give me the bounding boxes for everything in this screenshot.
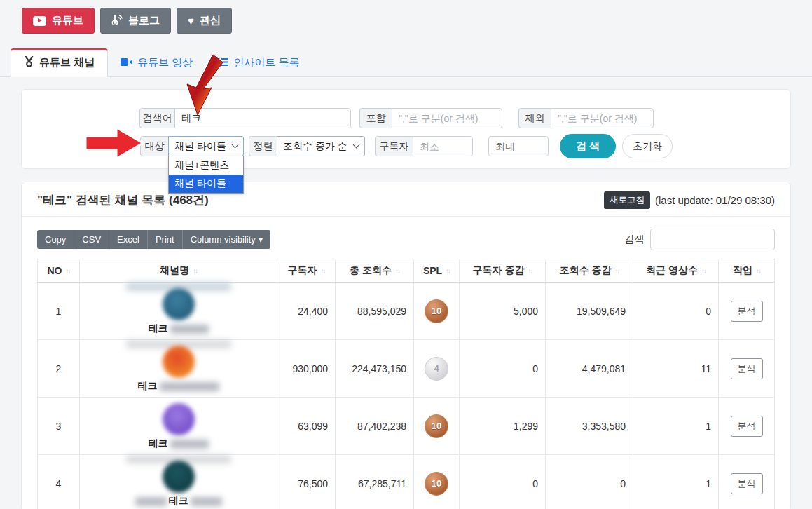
subscribers-cell: 63,099 (277, 398, 336, 455)
analyze-button[interactable]: 분석 (731, 301, 763, 322)
csv-button[interactable]: CSV (74, 230, 109, 249)
tab-youtube-video[interactable]: 유튜브 영상 (108, 49, 205, 76)
sort-icon: ↑↓ (756, 267, 760, 275)
youtube-nav-label: 유튜브 (52, 14, 83, 27)
recent-videos-cell: 0 (633, 283, 719, 340)
youtube-nav-button[interactable]: 유튜브 (22, 8, 95, 34)
col-label: 총 조회수 (350, 264, 392, 277)
search-button[interactable]: 검 색 (560, 134, 616, 158)
action-cell: 분석 (719, 398, 775, 455)
exclude-input[interactable] (551, 108, 654, 128)
blurred-name-part (191, 497, 222, 506)
keyword-input[interactable] (174, 108, 351, 128)
recent-videos-cell: 1 (633, 398, 719, 455)
column-visibility-button[interactable]: Column visibility ▾ (183, 230, 271, 249)
reset-button[interactable]: 초기화 (622, 134, 673, 158)
exclude-group: 제외 (518, 108, 654, 128)
include-input[interactable] (392, 108, 502, 128)
results-title: "테크" 검색된 채널 목록 (468건) (37, 192, 209, 208)
target-option-channel-title[interactable]: 채널 타이틀 (169, 175, 243, 193)
tab-label: 유튜브 영상 (137, 56, 193, 69)
target-label: 대상 (140, 136, 168, 156)
total-views-cell: 67,285,711 (336, 455, 414, 509)
target-option-channel-content[interactable]: 채널+콘텐츠 (169, 156, 243, 175)
blog-nav-label: 블로그 (128, 14, 160, 27)
channel-name[interactable]: 테크 (169, 495, 188, 508)
col-recent-videos[interactable]: 최근 영상수↑↓ (633, 259, 719, 283)
recent-videos-cell: 11 (633, 340, 719, 398)
column-visibility-label: Column visibility (191, 234, 256, 245)
top-nav: 유튜브 블로그 ♥ 관심 (0, 0, 812, 34)
row-no: 2 (38, 340, 80, 398)
channel-name[interactable]: 테크 (149, 323, 168, 335)
print-button[interactable]: Print (148, 230, 183, 249)
channel-avatar (163, 461, 195, 493)
blog-nav-button[interactable]: 블로그 (100, 8, 171, 34)
col-label: SPL (423, 265, 442, 276)
blurred-name-part (170, 440, 209, 449)
blurred-name-part (170, 325, 209, 334)
excel-button[interactable]: Excel (109, 230, 148, 249)
col-total-views[interactable]: 총 조회수↑↓ (336, 259, 414, 283)
table-search: 검색 (624, 229, 775, 250)
keyword-group: 검색어 (139, 108, 351, 128)
channel-name[interactable]: 테크 (149, 437, 168, 450)
col-spl[interactable]: SPL↑↓ (414, 259, 460, 283)
analyze-button[interactable]: 분석 (731, 473, 763, 494)
video-camera-icon (121, 57, 132, 69)
action-cell: 분석 (719, 455, 775, 509)
subscriber-max-input[interactable] (488, 136, 549, 156)
subscriber-label: 구독자 (375, 136, 413, 156)
tab-insight-list[interactable]: 인사이트 목록 (205, 49, 312, 76)
view-change-cell: 3,353,580 (546, 398, 633, 455)
tab-label: 인사이트 목록 (233, 56, 299, 69)
analyze-button[interactable]: 분석 (731, 358, 763, 379)
col-label: 구독자 (288, 264, 317, 277)
subscribers-cell: 76,500 (277, 455, 336, 509)
total-views-cell: 224,473,150 (336, 340, 414, 398)
analyze-button[interactable]: 분석 (731, 416, 763, 437)
tab-youtube-channel[interactable]: 유튜브 채널 (11, 48, 108, 77)
channel-cell: 테크 (80, 398, 277, 455)
spl-badge: 10 (425, 414, 448, 438)
sort-select[interactable]: 조회수 증가 순 (277, 136, 365, 156)
exclude-label: 제외 (518, 108, 551, 128)
spl-badge: 10 (425, 472, 448, 496)
col-label: 구독자 증감 (473, 264, 525, 277)
refresh-button[interactable]: 새로고침 (604, 191, 650, 209)
subscriber-min-input[interactable] (413, 136, 473, 156)
col-label: 작업 (733, 264, 752, 277)
search-form-panel: 검색어 포함 제외 대상 채널 타이틀 채널+콘텐츠 채널 타이틀 정렬 조회수… (21, 89, 791, 169)
view-change-cell: 4,479,081 (546, 340, 633, 398)
row-no: 4 (38, 455, 80, 509)
channel-avatar (163, 288, 195, 320)
channel-cell: 테크 (80, 455, 277, 509)
table-row: 2 테크 930,000 224,473,150 4 0 4,479,081 1… (38, 340, 775, 398)
chevron-down-icon (353, 142, 360, 149)
col-action[interactable]: 작업↑↓ (719, 259, 775, 283)
favorite-nav-button[interactable]: ♥ 관심 (177, 8, 232, 34)
col-label: 채널명 (160, 264, 189, 277)
col-sub-change[interactable]: 구독자 증감↑↓ (460, 259, 546, 283)
col-no[interactable]: NO↑↓ (38, 259, 80, 283)
spl-cell: 4 (414, 340, 460, 398)
keyword-label: 검색어 (139, 108, 174, 128)
table-search-input[interactable] (650, 229, 775, 250)
col-view-change[interactable]: 조회수 증감↑↓ (546, 259, 633, 283)
sort-icon: ↑↓ (66, 267, 70, 275)
divider (22, 216, 790, 217)
col-channel-name[interactable]: 채널명↑↓ (80, 259, 277, 283)
tab-bar: 유튜브 채널 유튜브 영상 인사이트 목록 (0, 48, 812, 77)
copy-button[interactable]: Copy (37, 230, 74, 249)
table-row: 3 테크 63,099 87,402,238 10 1,299 3,353,58… (38, 398, 775, 455)
sub-change-cell: 0 (460, 340, 546, 398)
col-subscribers[interactable]: 구독자↑↓ (277, 259, 336, 283)
target-select-dropdown: 채널+콘텐츠 채널 타이틀 (168, 156, 244, 194)
sort-icon: ↑↓ (528, 267, 532, 275)
table-toolbar: Copy CSV Excel Print Column visibility ▾… (37, 229, 775, 250)
col-label: NO (48, 265, 62, 276)
col-label: 조회수 증감 (560, 264, 612, 277)
channel-name[interactable]: 테크 (138, 380, 158, 393)
target-select[interactable]: 채널 타이틀 (168, 136, 244, 156)
subscribers-cell: 930,000 (277, 340, 336, 398)
